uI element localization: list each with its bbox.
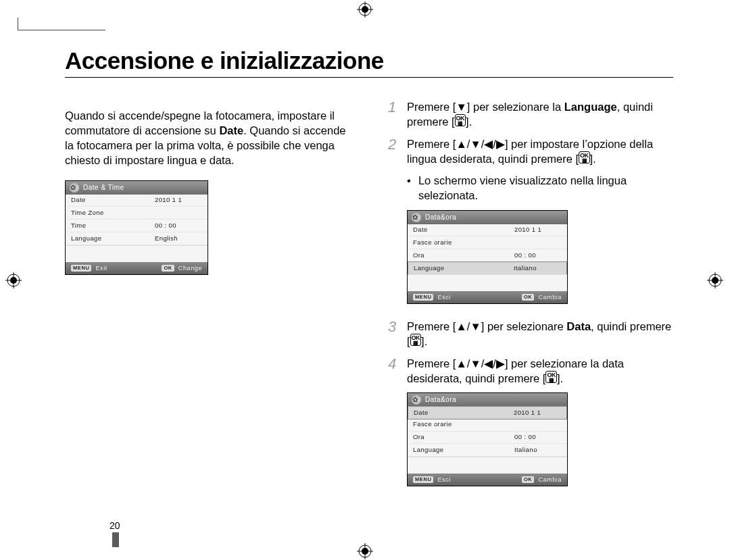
intro-text: Quando si accende/spegne la fotocamera, …: [65, 108, 350, 168]
step-number: 3: [388, 319, 407, 349]
footer-exit: Exit: [95, 264, 107, 272]
step-text: Premere [▼] per selezionare la Language,…: [407, 99, 673, 130]
crop-mark: [18, 18, 18, 30]
menu-screenshot-datetime-en: ✿2 Date & Time Date2010 1 1 Time Zone Ti…: [65, 180, 208, 275]
footer-exit: Esci: [437, 476, 450, 484]
down-icon: ▼: [470, 320, 481, 332]
menu-footer: MENU Esci OK Cambia: [408, 291, 567, 303]
menu-row: LanguageItaliano: [408, 444, 567, 457]
right-column: 1 Premere [▼] per selezionare la Languag…: [388, 97, 673, 486]
left-column: Quando si accende/spegne la fotocamera, …: [65, 97, 350, 486]
step-2-sub: • Lo schermo viene visualizzato nella li…: [407, 173, 673, 203]
menu-row: Fasce orarie: [408, 419, 567, 432]
menu-title: Data&ora: [425, 395, 456, 405]
menu-row: Time00 : 00: [66, 220, 208, 232]
menu-title: Data&ora: [425, 213, 456, 222]
ok-icon: OK▦: [455, 114, 466, 126]
footer-change: Cambia: [538, 293, 562, 301]
menu-pill: MENU: [413, 294, 433, 301]
step-2: 2 Premere [▲/▼/◀/▶] per impostare l’opzi…: [388, 136, 673, 167]
page-content: Accensione e inizializzazione Quando si …: [65, 47, 673, 527]
down-icon: ▼: [470, 138, 481, 150]
ok-pill: OK: [522, 294, 534, 301]
down-icon: ▼: [456, 101, 466, 113]
menu-title: Date & Time: [83, 183, 124, 193]
step-1: 1 Premere [▼] per selezionare la Languag…: [388, 99, 673, 130]
menu-row: Date2010 1 1: [408, 224, 567, 237]
step-4: 4 Premere [▲/▼/◀/▶] per selezionare la d…: [388, 356, 673, 386]
menu-screenshot-dataora-language: ✿2 Data&ora Date2010 1 1 Fasce orarie Or…: [407, 210, 568, 304]
right-icon: ▶: [496, 138, 505, 150]
up-icon: ▲: [456, 357, 466, 370]
bullet: •: [407, 173, 418, 203]
menu-header: ✿2 Data&ora: [408, 211, 567, 224]
menu-row: Fasce orarie: [408, 236, 567, 249]
page-number: 20: [110, 520, 120, 531]
menu-row: Ora00 : 00: [408, 432, 567, 444]
step-number: 4: [388, 356, 407, 386]
menu-footer: MENU Exit OK Change: [66, 262, 208, 274]
menu-row: Date2010 1 1: [66, 195, 208, 207]
footer-exit: Esci: [437, 293, 450, 301]
page-title: Accensione e inizializzazione: [65, 47, 673, 78]
ok-icon: OK▦: [579, 151, 590, 163]
registration-mark-right: [707, 272, 723, 288]
menu-footer: MENU Esci OK Cambia: [408, 474, 567, 486]
step-number: 2: [388, 136, 407, 167]
up-icon: ▲: [456, 320, 466, 332]
registration-mark-top: [357, 1, 373, 18]
footer-change: Cambia: [538, 476, 562, 484]
down-icon: ▼: [470, 357, 481, 370]
menu-row: LanguageEnglish: [66, 232, 208, 245]
menu-row-highlighted: LanguageItaliano: [408, 261, 567, 275]
menu-row: Time Zone: [66, 207, 208, 220]
left-icon: ◀: [484, 138, 493, 150]
menu-header: ✿2 Data&ora: [408, 393, 567, 407]
registration-mark-bottom: [357, 543, 373, 559]
step-text: Premere [▲/▼/◀/▶] per selezionare la dat…: [407, 356, 673, 386]
gear-icon: ✿2: [412, 395, 421, 405]
sub-text: Lo schermo viene visualizzato nella ling…: [418, 173, 673, 203]
ok-icon: OK▦: [410, 334, 422, 346]
right-icon: ▶: [496, 357, 505, 370]
page-tab-marker: [112, 532, 119, 547]
menu-row-highlighted: Date2010 1 1: [408, 406, 567, 419]
ok-pill: OK: [522, 476, 534, 483]
menu-screenshot-dataora-date: ✿2 Data&ora Date2010 1 1 Fasce orarie Or…: [407, 392, 568, 486]
registration-mark-left: [5, 272, 22, 288]
menu-pill: MENU: [413, 476, 433, 483]
step-number: 1: [388, 99, 407, 130]
crop-mark: [18, 30, 105, 30]
up-icon: ▲: [456, 138, 466, 150]
left-icon: ◀: [484, 357, 493, 370]
ok-icon: OK▦: [545, 371, 557, 383]
menu-pill: MENU: [71, 265, 91, 272]
ok-pill: OK: [162, 265, 174, 272]
step-3: 3 Premere [▲/▼] per selezionare Data, qu…: [388, 319, 673, 349]
step-text: Premere [▲/▼] per selezionare Data, quin…: [407, 319, 673, 349]
step-text: Premere [▲/▼/◀/▶] per impostare l’opzion…: [407, 136, 673, 167]
menu-row: Ora00 : 00: [408, 249, 567, 262]
gear-icon: ✿2: [70, 183, 79, 193]
gear-icon: ✿2: [412, 213, 421, 222]
menu-header: ✿2 Date & Time: [66, 181, 208, 195]
footer-change: Change: [178, 264, 202, 272]
